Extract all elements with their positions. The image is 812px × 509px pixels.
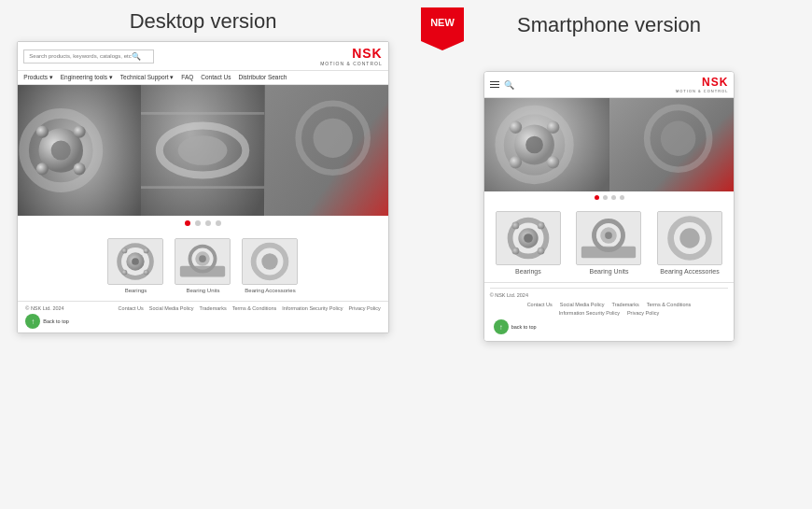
desktop-copyright: © NSK Ltd. 2024 — [25, 305, 63, 311]
svg-point-37 — [525, 136, 543, 154]
desktop-logo-subtitle: MOTION & CONTROL — [320, 61, 383, 66]
svg-point-4 — [36, 126, 49, 138]
phone-back-to-top[interactable]: ↑ back to top — [490, 316, 729, 336]
back-to-top-icon: ↑ — [25, 314, 40, 329]
phone-footer-social[interactable]: Social Media Policy — [560, 302, 605, 307]
svg-point-48 — [524, 233, 533, 243]
phone-footer-terms[interactable]: Terms & Conditions — [647, 302, 692, 307]
footer-info-security[interactable]: Information Security Policy — [282, 305, 343, 311]
bearing-units-label: Bearing Units — [186, 288, 219, 293]
hamburger-menu-icon[interactable] — [490, 81, 499, 89]
footer-terms[interactable]: Terms & Conditions — [232, 305, 277, 311]
desktop-footer-links: Contact Us Social Media Policy Trademark… — [119, 305, 381, 311]
phone-back-to-top-label: back to top — [511, 324, 537, 330]
desktop-hero-dots — [18, 216, 387, 231]
nav-contact[interactable]: Contact Us — [201, 74, 231, 81]
desktop-product-row: Bearings Bearing Units — [18, 231, 387, 301]
phone-logo-subtitle: MOTION & CONTROL — [676, 89, 728, 93]
bearings-thumbnail — [107, 238, 163, 285]
phone-nsk-logo: NSK MOTION & CONTROL — [676, 76, 728, 93]
nav-technical[interactable]: Technical Support — [120, 74, 174, 81]
bearing-accessories-label: Bearing Accessories — [245, 288, 295, 293]
desktop-nsk-logo: NSK MOTION & CONTROL — [320, 46, 383, 66]
phone-bearing-accessories-label: Bearing Accessories — [660, 268, 719, 275]
phone-product-bearings[interactable]: Bearings — [496, 211, 561, 275]
dot-4[interactable] — [216, 220, 221, 226]
svg-text:NEW: NEW — [430, 17, 455, 28]
desktop-logo-text: NSK — [352, 46, 383, 61]
svg-point-44 — [660, 121, 694, 156]
smartphone-side: NEW Smartphone version 🔍 NSK MOTION & CO… — [406, 0, 812, 509]
phone-dot-4[interactable] — [620, 195, 624, 200]
desktop-search-input[interactable] — [29, 53, 132, 59]
dot-2[interactable] — [195, 220, 201, 226]
svg-point-5 — [74, 126, 86, 138]
nav-engineering[interactable]: Engineering tools — [61, 74, 113, 81]
phone-footer-privacy[interactable]: Privacy Policy — [627, 310, 659, 316]
phone-footer: © NSK Ltd. 2024 Contact Us Social Media … — [484, 282, 735, 341]
phone-copyright: © NSK Ltd. 2024 — [490, 292, 729, 298]
desktop-footer: © NSK Ltd. 2024 Contact Us Social Media … — [18, 301, 387, 332]
phone-hero — [484, 98, 735, 191]
desktop-hero — [18, 85, 387, 216]
phone-footer-contact[interactable]: Contact Us — [527, 302, 553, 307]
product-bearing-units[interactable]: Bearing Units — [175, 238, 231, 293]
product-bearings[interactable]: Bearings — [107, 238, 163, 293]
hero-panel-1 — [18, 85, 141, 216]
desktop-nav: Products Engineering tools Technical Sup… — [18, 71, 387, 85]
bearing-units-thumbnail — [175, 238, 231, 285]
svg-point-20 — [122, 248, 128, 254]
search-icon: 🔍 — [132, 52, 141, 61]
dot-1[interactable] — [185, 220, 190, 226]
phone-back-to-top-icon: ↑ — [494, 319, 509, 334]
nav-products[interactable]: Products — [23, 74, 52, 81]
footer-privacy[interactable]: Privacy Policy — [348, 305, 380, 311]
svg-point-60 — [679, 228, 699, 247]
phone-dot-2[interactable] — [603, 195, 608, 200]
dot-3[interactable] — [205, 220, 211, 226]
svg-point-39 — [547, 121, 559, 134]
svg-point-19 — [133, 258, 140, 265]
svg-point-23 — [144, 270, 149, 276]
phone-hero-panel-1 — [484, 98, 609, 191]
phone-dot-3[interactable] — [611, 195, 616, 200]
phone-search-icon[interactable]: 🔍 — [504, 80, 514, 90]
desktop-side: Desktop version 🔍 NSK MOTION & CONTROL P… — [0, 0, 406, 509]
desktop-search-bar[interactable]: 🔍 — [23, 49, 154, 64]
product-bearing-accessories[interactable]: Bearing Accessories — [242, 238, 298, 293]
svg-point-40 — [509, 156, 521, 168]
new-badge-svg: NEW — [421, 7, 464, 50]
svg-point-50 — [538, 222, 545, 230]
desktop-hero-images — [18, 85, 387, 216]
phone-footer-trademarks[interactable]: Trademarks — [612, 302, 639, 307]
footer-social[interactable]: Social Media Policy — [149, 305, 194, 311]
svg-point-41 — [547, 156, 559, 168]
smartphone-mockup: 🔍 NSK MOTION & CONTROL — [483, 71, 735, 342]
phone-bearing-units-thumbnail — [576, 211, 641, 265]
svg-point-49 — [511, 222, 519, 230]
phone-footer-info-security[interactable]: Information Security Policy — [559, 310, 620, 316]
phone-product-bearing-units[interactable]: Bearing Units — [576, 211, 641, 275]
nav-distributor[interactable]: Distributor Search — [238, 74, 287, 81]
phone-footer-links-row1: Contact Us Social Media Policy Trademark… — [490, 302, 729, 307]
phone-hero-panel-2 — [609, 98, 735, 191]
svg-point-15 — [313, 119, 352, 158]
footer-top-row: © NSK Ltd. 2024 Contact Us Social Media … — [25, 305, 380, 311]
desktop-header: 🔍 NSK MOTION & CONTROL — [18, 42, 387, 71]
svg-point-21 — [144, 248, 149, 254]
svg-point-31 — [262, 253, 278, 269]
footer-trademarks[interactable]: Trademarks — [200, 305, 227, 311]
desktop-mockup: 🔍 NSK MOTION & CONTROL Products Engineer… — [17, 41, 388, 333]
svg-point-6 — [36, 163, 49, 175]
svg-point-3 — [51, 140, 71, 160]
main-container: Desktop version 🔍 NSK MOTION & CONTROL P… — [0, 0, 812, 509]
phone-bearing-accessories-thumbnail — [657, 211, 722, 265]
phone-product-bearing-accessories[interactable]: Bearing Accessories — [657, 211, 722, 275]
svg-point-52 — [538, 247, 545, 255]
footer-contact[interactable]: Contact Us — [119, 305, 144, 311]
nav-faq[interactable]: FAQ — [181, 74, 193, 81]
phone-header: 🔍 NSK MOTION & CONTROL — [484, 72, 735, 98]
svg-point-51 — [511, 247, 519, 255]
phone-dot-1[interactable] — [595, 195, 599, 200]
desktop-back-to-top[interactable]: ↑ Back to top — [25, 314, 380, 329]
